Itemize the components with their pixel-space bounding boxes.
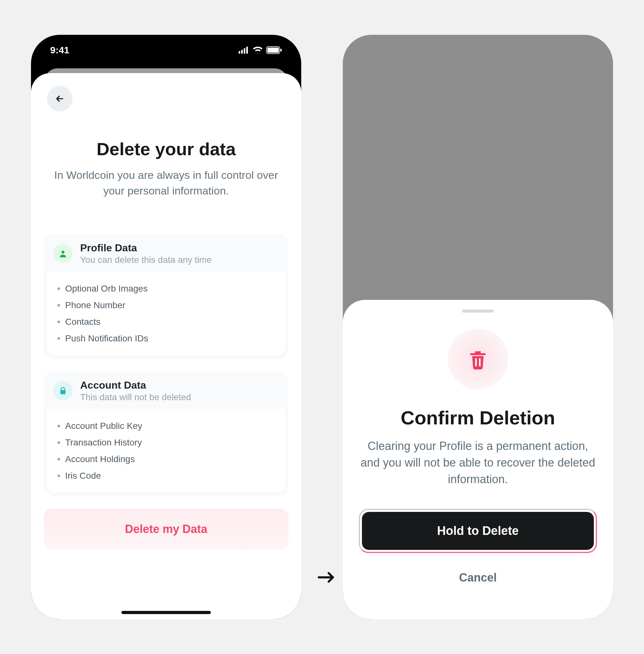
person-icon — [53, 244, 72, 263]
list-item: Account Holdings — [58, 451, 275, 468]
section-title: Account Data — [80, 379, 279, 391]
list-item: Transaction History — [58, 434, 275, 451]
svg-rect-0 — [239, 51, 240, 54]
list-item: Optional Orb Images — [58, 280, 275, 297]
section-body: Account Public Key Transaction History A… — [46, 409, 286, 493]
flow-arrow-icon — [318, 568, 335, 588]
phone-left: 9:41 Delete your data In Worldcoin you a… — [31, 35, 301, 619]
arrow-left-icon — [55, 94, 65, 104]
confirm-deletion-sheet: Confirm Deletion Clearing your Profile i… — [343, 300, 613, 619]
section-subtitle: This data will not be deleted — [80, 392, 279, 402]
svg-rect-5 — [267, 48, 279, 53]
list-item-label: Account Holdings — [65, 454, 135, 464]
sheet-handle[interactable] — [462, 309, 494, 313]
battery-icon — [266, 46, 282, 54]
delete-data-sheet: Delete your data In Worldcoin you are al… — [31, 73, 301, 619]
section-subtitle: You can delete this data any time — [80, 255, 279, 265]
status-icons — [239, 46, 282, 54]
home-indicator — [121, 611, 211, 614]
section-header: Profile Data You can delete this data an… — [44, 234, 289, 272]
list-item: Phone Number — [58, 297, 275, 313]
wifi-icon — [253, 47, 263, 54]
list-item-label: Account Public Key — [65, 421, 142, 431]
list-item-label: Iris Code — [65, 471, 101, 481]
list-item-label: Phone Number — [65, 300, 125, 310]
svg-point-7 — [61, 250, 64, 253]
back-button[interactable] — [47, 86, 72, 112]
page-subtitle: In Worldcoin you are always in full cont… — [44, 167, 289, 199]
list-item-label: Contacts — [65, 317, 101, 327]
lock-icon — [53, 381, 72, 400]
list-item: Push Notification IDs — [58, 330, 275, 347]
hold-to-delete-wrap: Hold to Delete — [359, 509, 597, 553]
cancel-button[interactable]: Cancel — [459, 563, 497, 592]
page-title: Delete your data — [44, 139, 289, 159]
trash-icon-circle — [447, 329, 508, 389]
svg-rect-8 — [60, 390, 66, 394]
confirm-body: Clearing your Profile is a permanent act… — [359, 438, 597, 488]
delete-my-data-button[interactable]: Delete my Data — [44, 509, 289, 550]
list-item: Account Public Key — [58, 418, 275, 434]
profile-data-section: Profile Data You can delete this data an… — [44, 234, 289, 358]
svg-rect-1 — [241, 50, 243, 54]
status-bar: 9:41 — [31, 35, 301, 65]
account-data-section: Account Data This data will not be delet… — [44, 371, 289, 496]
section-header: Account Data This data will not be delet… — [44, 371, 289, 409]
list-item-label: Optional Orb Images — [65, 284, 147, 294]
section-title: Profile Data — [80, 242, 279, 254]
confirm-title: Confirm Deletion — [400, 407, 555, 429]
list-item: Iris Code — [58, 468, 275, 484]
svg-rect-3 — [246, 47, 248, 54]
list-item: Contacts — [58, 313, 275, 330]
svg-rect-2 — [244, 48, 245, 54]
cellular-signal-icon — [239, 47, 250, 54]
svg-rect-6 — [280, 49, 282, 51]
list-item-label: Transaction History — [65, 438, 142, 448]
status-time: 9:41 — [50, 45, 69, 55]
trash-icon — [466, 347, 489, 370]
list-item-label: Push Notification IDs — [65, 333, 148, 344]
section-body: Optional Orb Images Phone Number Contact… — [46, 272, 286, 356]
hold-to-delete-button[interactable]: Hold to Delete — [362, 512, 594, 550]
phone-right: Confirm Deletion Clearing your Profile i… — [343, 35, 613, 619]
